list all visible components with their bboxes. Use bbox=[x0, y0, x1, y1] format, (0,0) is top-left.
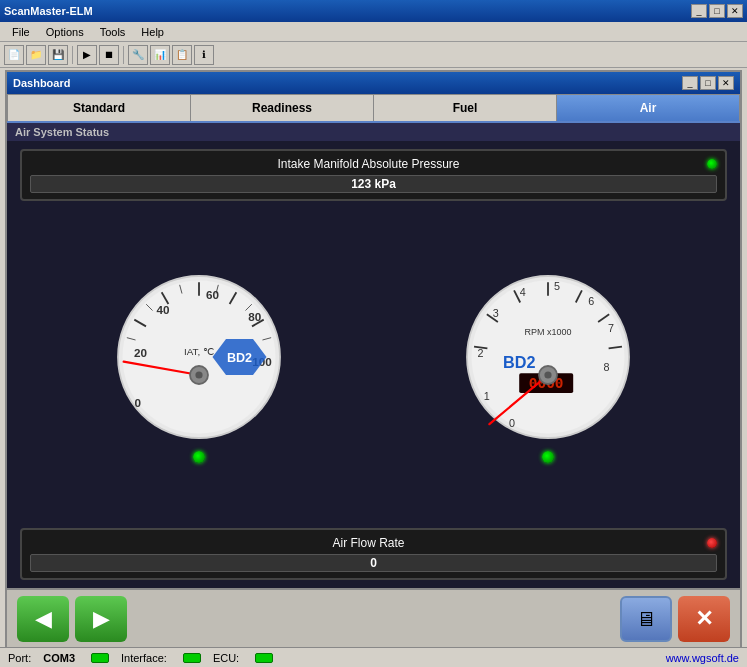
svg-text:BD2: BD2 bbox=[227, 351, 252, 365]
ecu-led bbox=[255, 653, 273, 663]
dashboard-inner: Standard Readiness Fuel Air Air System S… bbox=[7, 94, 740, 648]
svg-text:40: 40 bbox=[157, 302, 171, 315]
svg-text:8: 8 bbox=[603, 360, 609, 372]
toolbar: 📄 📁 💾 ▶ ⏹ 🔧 📊 📋 ℹ bbox=[0, 42, 747, 68]
close-icon: ✕ bbox=[695, 606, 713, 632]
menu-tools[interactable]: Tools bbox=[92, 24, 134, 40]
gauges-content: Intake Manifold Absolute Pressure 123 kP… bbox=[7, 141, 740, 588]
interface-label: Interface: bbox=[121, 652, 167, 664]
menu-options[interactable]: Options bbox=[38, 24, 92, 40]
outer-win-controls: _ □ ✕ bbox=[691, 4, 743, 18]
action-buttons: 🖥 ✕ bbox=[620, 596, 730, 642]
rpm-gauge-wrapper: 3 4 5 6 7 2 1 0 8 RPM x1000 bbox=[458, 267, 638, 463]
svg-point-49 bbox=[544, 371, 551, 378]
dashboard-win-controls: _ □ ✕ bbox=[682, 76, 734, 90]
svg-text:BD2: BD2 bbox=[503, 352, 535, 370]
toolbar-sep-1 bbox=[72, 46, 73, 64]
svg-text:80: 80 bbox=[249, 310, 263, 323]
forward-button[interactable]: ▶ bbox=[75, 596, 127, 642]
pressure-value: 123 kPa bbox=[351, 177, 396, 191]
port-label: Port: bbox=[8, 652, 31, 664]
toolbar-btn-5[interactable]: ⏹ bbox=[99, 45, 119, 65]
airflow-container: Air Flow Rate 0 bbox=[20, 528, 727, 580]
svg-text:0: 0 bbox=[135, 395, 142, 408]
svg-text:4: 4 bbox=[520, 285, 526, 297]
outer-maximize-btn[interactable]: □ bbox=[709, 4, 725, 18]
dashboard-title: Dashboard bbox=[13, 77, 70, 89]
port-led bbox=[91, 653, 109, 663]
outer-minimize-btn[interactable]: _ bbox=[691, 4, 707, 18]
svg-text:20: 20 bbox=[134, 346, 148, 359]
dashboard-window: Dashboard _ □ ✕ Standard Readiness Fuel … bbox=[5, 70, 742, 650]
dashboard-maximize-btn[interactable]: □ bbox=[700, 76, 716, 90]
toolbar-btn-2[interactable]: 📁 bbox=[26, 45, 46, 65]
svg-text:60: 60 bbox=[206, 287, 220, 300]
toolbar-sep-2 bbox=[123, 46, 124, 64]
svg-point-24 bbox=[196, 371, 203, 378]
svg-text:RPM x1000: RPM x1000 bbox=[524, 326, 571, 336]
pressure-status-dot bbox=[707, 159, 717, 169]
pressure-label-row: Intake Manifold Absolute Pressure bbox=[30, 157, 717, 171]
tab-readiness[interactable]: Readiness bbox=[191, 94, 374, 121]
menu-bar: File Options Tools Help bbox=[0, 22, 747, 42]
toolbar-btn-3[interactable]: 💾 bbox=[48, 45, 68, 65]
status-bar: Port: COM3 Interface: ECU: www.wgsoft.de bbox=[0, 647, 747, 667]
tab-fuel[interactable]: Fuel bbox=[374, 94, 557, 121]
outer-title-text: ScanMaster-ELM bbox=[4, 5, 93, 17]
airflow-label: Air Flow Rate bbox=[30, 536, 707, 550]
dashboard-minimize-btn[interactable]: _ bbox=[682, 76, 698, 90]
pressure-progress-bar: 123 kPa bbox=[30, 175, 717, 193]
menu-help[interactable]: Help bbox=[133, 24, 172, 40]
toolbar-btn-6[interactable]: 🔧 bbox=[128, 45, 148, 65]
back-icon: ◀ bbox=[35, 606, 52, 632]
pressure-container: Intake Manifold Absolute Pressure 123 kP… bbox=[20, 149, 727, 201]
toolbar-btn-8[interactable]: 📋 bbox=[172, 45, 192, 65]
svg-text:6: 6 bbox=[588, 294, 594, 306]
forward-icon: ▶ bbox=[93, 606, 110, 632]
iat-gauge-indicator bbox=[193, 451, 205, 463]
website: www.wgsoft.de bbox=[666, 652, 739, 664]
iat-gauge-svg: 0 20 40 60 80 100 IAT, ℃ BD2 bbox=[109, 267, 289, 447]
toolbar-btn-4[interactable]: ▶ bbox=[77, 45, 97, 65]
port-value: COM3 bbox=[43, 652, 75, 664]
airflow-label-row: Air Flow Rate bbox=[30, 536, 717, 550]
dashboard-close-btn[interactable]: ✕ bbox=[718, 76, 734, 90]
svg-text:1: 1 bbox=[484, 390, 490, 402]
gauges-row: 0 20 40 60 80 100 IAT, ℃ BD2 bbox=[15, 201, 732, 528]
content-area: Intake Manifold Absolute Pressure 123 kP… bbox=[7, 141, 740, 588]
tab-standard[interactable]: Standard bbox=[7, 94, 191, 121]
close-button[interactable]: ✕ bbox=[678, 596, 730, 642]
toolbar-btn-7[interactable]: 📊 bbox=[150, 45, 170, 65]
tab-air[interactable]: Air bbox=[557, 94, 740, 121]
airflow-value: 0 bbox=[370, 556, 377, 570]
bottom-bar: ◀ ▶ 🖥 ✕ bbox=[7, 588, 740, 648]
dashboard-title-bar: Dashboard _ □ ✕ bbox=[7, 72, 740, 94]
airflow-progress-bar: 0 bbox=[30, 554, 717, 572]
monitor-icon: 🖥 bbox=[636, 608, 656, 631]
interface-led bbox=[183, 653, 201, 663]
svg-text:0: 0 bbox=[509, 417, 515, 429]
svg-text:5: 5 bbox=[554, 280, 560, 292]
iat-gauge-wrapper: 0 20 40 60 80 100 IAT, ℃ BD2 bbox=[109, 267, 289, 463]
rpm-gauge-indicator bbox=[542, 451, 554, 463]
back-button[interactable]: ◀ bbox=[17, 596, 69, 642]
airflow-status-dot bbox=[707, 538, 717, 548]
monitor-button[interactable]: 🖥 bbox=[620, 596, 672, 642]
rpm-gauge-svg: 3 4 5 6 7 2 1 0 8 RPM x1000 bbox=[458, 267, 638, 447]
nav-buttons: ◀ ▶ bbox=[17, 596, 127, 642]
toolbar-btn-9[interactable]: ℹ bbox=[194, 45, 214, 65]
svg-text:7: 7 bbox=[608, 321, 614, 333]
toolbar-btn-1[interactable]: 📄 bbox=[4, 45, 24, 65]
outer-title-bar: ScanMaster-ELM _ □ ✕ bbox=[0, 0, 747, 22]
pressure-label: Intake Manifold Absolute Pressure bbox=[30, 157, 707, 171]
ecu-label: ECU: bbox=[213, 652, 239, 664]
menu-file[interactable]: File bbox=[4, 24, 38, 40]
status-left: Port: COM3 Interface: ECU: bbox=[8, 652, 273, 664]
section-header: Air System Status bbox=[7, 123, 740, 141]
svg-text:3: 3 bbox=[493, 306, 499, 318]
svg-text:2: 2 bbox=[477, 347, 483, 359]
svg-text:IAT, ℃: IAT, ℃ bbox=[184, 346, 214, 357]
tabs-bar: Standard Readiness Fuel Air bbox=[7, 94, 740, 123]
svg-point-26 bbox=[471, 280, 624, 433]
outer-close-btn[interactable]: ✕ bbox=[727, 4, 743, 18]
